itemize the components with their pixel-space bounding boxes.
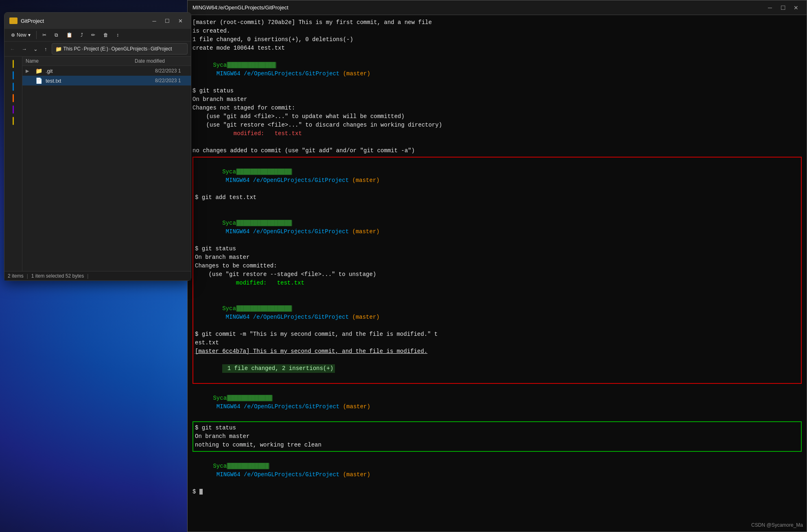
close-button[interactable]: ✕ bbox=[175, 16, 186, 26]
explorer-window: GitProject ─ ☐ ✕ ⊕ New ▾ ✂ ⧉ 📋 ⤴ ✏ 🗑 bbox=[4, 12, 191, 281]
sidebar-marker-2 bbox=[13, 71, 14, 79]
breadcrumb[interactable]: 📁 This PC › Project (E:) › OpenGLProject… bbox=[52, 43, 188, 55]
item-count: 2 items bbox=[8, 273, 24, 279]
cut-button[interactable]: ✂ bbox=[39, 31, 50, 39]
paste-button[interactable]: 📋 bbox=[63, 31, 76, 39]
breadcrumb-sep3: › bbox=[148, 46, 150, 51]
terminal-line: modified: test.txt bbox=[195, 279, 799, 287]
file-name-label: .git bbox=[46, 68, 152, 74]
terminal-prompt-3: Syca████████████████ MINGW64 /e/OpenGLPr… bbox=[195, 210, 799, 245]
copy-icon: ⧉ bbox=[55, 32, 58, 38]
prompt-branch: (master) bbox=[343, 70, 370, 77]
breadcrumb-gitproject: GitProject bbox=[151, 46, 172, 52]
breadcrumb-opengl: OpenGLProjects bbox=[112, 46, 148, 52]
recent-button[interactable]: ⌄ bbox=[31, 45, 40, 53]
back-button[interactable]: ← bbox=[8, 45, 17, 53]
terminal-line bbox=[192, 138, 802, 147]
watermark: CSDN @Sycamore_Ma bbox=[751, 522, 803, 528]
commit-hash: [master 6cc4b7a] This is my second commi… bbox=[195, 348, 427, 355]
terminal-prompt-5: Syca█████████████ MINGW64 /e/OpenGLProje… bbox=[192, 385, 802, 420]
delete-icon: 🗑 bbox=[103, 32, 108, 38]
terminal-window: MINGW64:/e/OpenGLProjects/GitProject ─ ☐… bbox=[187, 0, 807, 532]
close-button[interactable]: ✕ bbox=[790, 3, 802, 12]
terminal-line: On branch master bbox=[192, 95, 802, 104]
rename-icon: ✏ bbox=[91, 32, 95, 38]
prompt-mingw: MINGW64 /e/OpenGLProjects/GitProject bbox=[213, 70, 343, 77]
terminal-line: is created. bbox=[192, 27, 802, 35]
column-date-header: Date modified bbox=[135, 58, 188, 64]
prompt-user: Syca bbox=[213, 463, 227, 469]
delete-button[interactable]: 🗑 bbox=[100, 31, 112, 39]
terminal-title: MINGW64:/e/OpenGLProjects/GitProject bbox=[192, 4, 761, 11]
explorer-title: GitProject bbox=[21, 18, 145, 24]
terminal-line: [master (root-commit) 720ab2e] This is m… bbox=[192, 18, 802, 27]
prompt-blurred-4: ████████████████ bbox=[236, 305, 292, 312]
terminal-controls: ─ ☐ ✕ bbox=[764, 3, 802, 12]
rename-button[interactable]: ✏ bbox=[88, 31, 98, 39]
terminal-cmd-git-commit: $ git commit -m "This is my second commi… bbox=[195, 330, 799, 339]
prompt-branch: (master) bbox=[352, 177, 379, 184]
terminal-cmd-1: $ git status bbox=[192, 87, 802, 95]
sidebar-marker-4 bbox=[13, 94, 14, 102]
file-list: ▶ 📁 .git 8/22/2023 1 📄 test.txt 8/22/202… bbox=[22, 66, 191, 271]
file-icon: 📄 bbox=[35, 77, 42, 84]
sidebar-marker-3 bbox=[13, 83, 14, 91]
terminal-cmd-git-status-2: $ git status bbox=[195, 245, 799, 253]
share-icon: ⤴ bbox=[81, 32, 83, 38]
terminal-line-cont: est.txt bbox=[195, 339, 799, 347]
file-row[interactable]: 📄 test.txt 8/22/2023 1 bbox=[22, 76, 191, 85]
terminal-line-blank bbox=[195, 287, 799, 296]
terminal-line: nothing to commit, working tree clean bbox=[195, 441, 799, 449]
file-list-header: Name Date modified bbox=[22, 57, 191, 66]
prompt-blurred-5: █████████████ bbox=[227, 395, 273, 401]
minimize-button[interactable]: ─ bbox=[764, 3, 776, 12]
share-button[interactable]: ⤴ bbox=[77, 31, 86, 39]
terminal-titlebar: MINGW64:/e/OpenGLProjects/GitProject ─ ☐… bbox=[188, 0, 807, 15]
prompt-user: Syca bbox=[222, 220, 236, 226]
breadcrumb-folder-icon: 📁 bbox=[55, 46, 62, 52]
maximize-button[interactable]: ☐ bbox=[777, 3, 789, 12]
terminal-line: (use "git restore --staged <file>..." to… bbox=[195, 270, 799, 279]
toolbar-separator bbox=[36, 31, 37, 39]
statusbar-sep1: | bbox=[27, 273, 28, 279]
file-date-label: 8/22/2023 1 bbox=[155, 68, 188, 74]
plus-icon: ⊕ bbox=[11, 32, 15, 38]
green-highlight-box: $ git status On branch master nothing to… bbox=[192, 421, 802, 452]
prompt-mingw: MINGW64 /e/OpenGLProjects/GitProject bbox=[222, 228, 352, 235]
terminal-line: (use "git restore <file>..." to discard … bbox=[192, 121, 802, 129]
titlebar-controls: ─ ☐ ✕ bbox=[149, 16, 186, 26]
terminal-line-blank bbox=[195, 202, 799, 210]
prompt-blurred-3: ████████████████ bbox=[236, 220, 292, 226]
minimize-button[interactable]: ─ bbox=[149, 16, 160, 26]
sort-button[interactable]: ↕ bbox=[113, 31, 122, 39]
modified-green-label: modified: bbox=[236, 280, 277, 286]
new-button[interactable]: ⊕ New ▾ bbox=[8, 31, 34, 39]
terminal-body[interactable]: [master (root-commit) 720ab2e] This is m… bbox=[188, 15, 807, 532]
sidebar-marker-6 bbox=[13, 117, 14, 125]
cursor bbox=[199, 489, 203, 495]
prompt-user: Syca bbox=[222, 305, 236, 312]
prompt-user: Syca bbox=[213, 395, 227, 401]
terminal-line: no changes added to commit (use "git add… bbox=[192, 147, 802, 155]
maximize-button[interactable]: ☐ bbox=[162, 16, 173, 26]
terminal-line: modified: test.txt bbox=[192, 129, 802, 138]
sidebar-marker-1 bbox=[13, 60, 14, 68]
terminal-commit-result-2: 1 file changed, 2 insertions(+) bbox=[195, 356, 799, 381]
terminal-line: (use "git add <file>..." to update what … bbox=[192, 112, 802, 121]
prompt-mingw: MINGW64 /e/OpenGLProjects/GitProject bbox=[222, 314, 352, 320]
terminal-line: Changes not staged for commit: bbox=[192, 104, 802, 112]
forward-button[interactable]: → bbox=[20, 45, 29, 53]
up-button[interactable]: ↑ bbox=[42, 45, 49, 53]
breadcrumb-thispc: This PC bbox=[63, 46, 81, 52]
file-date-label: 8/22/2023 1 bbox=[155, 78, 188, 83]
selection-info: 1 item selected 52 bytes bbox=[31, 273, 84, 279]
cut-icon: ✂ bbox=[42, 32, 46, 38]
terminal-line: Changes to be committed: bbox=[195, 262, 799, 270]
prompt-branch: (master) bbox=[352, 228, 379, 235]
terminal-cmd-git-status-3: $ git status bbox=[195, 424, 799, 432]
file-row[interactable]: ▶ 📁 .git 8/22/2023 1 bbox=[22, 66, 191, 76]
copy-button[interactable]: ⧉ bbox=[51, 31, 61, 39]
statusbar-sep2: | bbox=[87, 273, 88, 279]
modified-label: modified: bbox=[234, 130, 275, 137]
file-list-area: Name Date modified ▶ 📁 .git 8/22/2023 1 … bbox=[22, 57, 191, 271]
